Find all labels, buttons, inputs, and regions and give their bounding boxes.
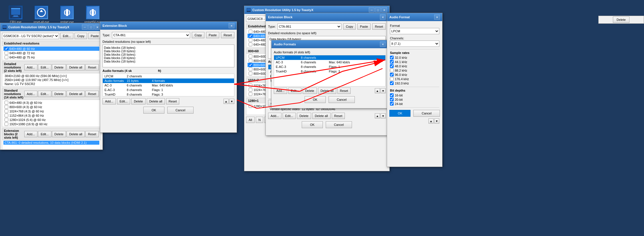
desktop-icon-restart[interactable]: restart.exe — [57, 6, 77, 24]
detailed-add-btn[interactable]: Add... — [24, 64, 38, 70]
add-btn[interactable]: Add... — [102, 98, 116, 104]
edit-btn[interactable]: Edit... — [60, 33, 73, 39]
delete-btn[interactable]: Delete — [131, 98, 146, 104]
copy-btn[interactable]: Copy — [75, 33, 87, 39]
list-item[interactable]: 640×480 @ 72 Hz — [3, 51, 99, 55]
delete-vendor-btn[interactable]: Delete — [297, 113, 311, 119]
type-select[interactable]: CTA-861 — [112, 32, 190, 38]
taskbar-delete-btn[interactable]: Delete — [613, 17, 629, 23]
ok-btn[interactable]: OK — [143, 107, 164, 114]
nav-up-btn-2[interactable]: ▲ — [375, 113, 380, 118]
list-item[interactable]: 1920×1080 (16:9) @ 60 Hz — [3, 122, 99, 126]
add-btn[interactable]: Add... — [274, 88, 287, 94]
nav-down[interactable]: ▼ — [381, 88, 386, 93]
eac3-center[interactable]: E-AC-3 8 channels Flags: 1 — [274, 64, 385, 69]
close-btn[interactable]: ✕ — [434, 15, 440, 20]
paste-btn[interactable]: Paste — [88, 33, 101, 39]
ext-add-btn[interactable]: Add... — [24, 131, 38, 137]
rate-32[interactable]: 32.0 kHz — [390, 56, 439, 59]
nav-down-btn-2[interactable]: ▼ — [381, 113, 386, 118]
close-btn[interactable]: ✕ — [381, 7, 387, 13]
nav-up-btn[interactable]: ▲ — [224, 99, 229, 104]
rate-192[interactable]: 192.0 kHz — [390, 81, 439, 85]
reset-vendor-btn[interactable]: Reset — [332, 113, 345, 119]
rate-1764[interactable]: 176.4 kHz — [390, 77, 439, 81]
ac3-center[interactable]: AC-3 6 channels Max: 640 kbit/s — [274, 60, 385, 64]
add-vendor-btn[interactable]: Add... — [268, 113, 281, 119]
list-item[interactable]: 640×480 (4:3) @ 60 Hz — [3, 100, 99, 105]
audio-list-item[interactable]: AC-36 channelsMax: 640 kbit/s — [103, 83, 234, 88]
list-item[interactable]: 1152×864 (4:3) @ 60 Hz — [3, 113, 99, 118]
list-item[interactable]: 640×480 @ 60 Hz — [3, 47, 99, 51]
standard-reset-btn[interactable]: Reset — [85, 91, 99, 97]
rate-96[interactable]: 96.0 kHz — [390, 73, 439, 76]
bit-16[interactable]: 16-bit — [390, 93, 439, 97]
lpcm-center[interactable]: LPCM 8 channels — [274, 55, 385, 60]
channels-select[interactable]: 8 (7.1) — [390, 41, 439, 47]
edit-vendor-btn[interactable]: Edit... — [283, 113, 296, 119]
standard-edit-btn[interactable]: Edit... — [38, 91, 51, 97]
rate-441[interactable]: 44.1 kHz — [390, 60, 439, 64]
bit-20[interactable]: 20-bit — [390, 98, 439, 101]
list-item[interactable]: 3840×2160 @ 60.000 Hz (594.00 MHz) [+/+] — [3, 74, 99, 78]
minimize-btn[interactable]: ─ — [82, 25, 88, 30]
format-select[interactable]: LPCM — [390, 28, 439, 34]
list-item[interactable]: 640×480 @ 75 Hz — [3, 55, 99, 59]
edit-btn[interactable]: Edit... — [288, 88, 301, 94]
reset-btn[interactable]: Reset — [337, 88, 351, 94]
desktop-icon-reset-all[interactable]: reset-all.exe — [31, 6, 51, 24]
cancel-btn[interactable]: Cancel — [329, 96, 355, 103]
delete-all-btn[interactable]: Delete all — [318, 88, 336, 94]
ext-edit-btn[interactable]: Edit... — [38, 131, 51, 137]
standard-delete-btn[interactable]: Delete — [52, 91, 66, 97]
desktop-icon-cru[interactable]: CRU.exe — [6, 6, 26, 24]
ext-delete-btn[interactable]: Delete — [52, 131, 66, 137]
detailed-delete-btn[interactable]: Delete — [52, 64, 66, 70]
list-item[interactable]: 1024×768 (4:3) @ 60 Hz — [3, 109, 99, 113]
list-item[interactable]: Name: LG TV SSCR2 — [3, 82, 99, 86]
reset-btn[interactable]: Reset — [166, 98, 180, 104]
nav-down-btn[interactable]: ▼ — [229, 99, 234, 104]
close-btn[interactable]: ✕ — [229, 23, 234, 28]
nav-up-right[interactable]: ▲ — [428, 118, 434, 124]
rate-882[interactable]: 88.2 kHz — [390, 68, 439, 72]
monitor-select[interactable]: GSMC0C8 - LG TV SSCR2 (active)* — [2, 33, 59, 39]
delete-all-vendor-btn[interactable]: Delete all — [312, 113, 331, 119]
desktop-icon-restart64[interactable]: restart64.exe — [83, 6, 103, 24]
established-checkbox-0[interactable] — [5, 47, 8, 51]
maximize-btn[interactable]: □ — [88, 25, 94, 30]
copy-btn[interactable]: Copy — [192, 32, 204, 38]
standard-delete-all-btn[interactable]: Delete all — [67, 91, 85, 97]
ok-btn[interactable]: OK — [305, 96, 326, 103]
cancel-btn-right[interactable]: Cancel — [413, 110, 440, 117]
detailed-edit-btn[interactable]: Edit... — [38, 64, 51, 70]
rate-48[interactable]: 48.0 kHz — [390, 64, 439, 68]
edit-btn[interactable]: Edit... — [117, 98, 130, 104]
delete-all-btn[interactable]: Delete all — [147, 98, 165, 104]
list-item[interactable]: 800×600 (4:3) @ 60 Hz — [3, 105, 99, 109]
extension-block-item[interactable]: CTA-861: 0 detailed resolutions, 10 data… — [3, 141, 99, 145]
nav-down-right[interactable]: ▼ — [434, 118, 439, 124]
minimize-btn[interactable]: ─ — [369, 7, 375, 13]
all-btn[interactable]: All — [246, 117, 255, 123]
audio-list-item[interactable]: E-AC-38 channelsFlags: 1 — [103, 88, 234, 92]
ext-delete-all-btn[interactable]: Delete all — [67, 131, 85, 137]
ok-btn-right[interactable]: OK — [389, 110, 410, 117]
copy-btn[interactable]: Copy — [343, 23, 356, 30]
paste-btn[interactable]: Paste — [206, 32, 219, 38]
list-item[interactable]: 1280×1024 (5:4) @ 60 Hz — [3, 118, 99, 122]
ext-reset-btn[interactable]: Reset — [85, 131, 99, 137]
detailed-delete-all-btn[interactable]: Delete all — [67, 64, 85, 70]
ok-btn[interactable]: OK — [302, 121, 323, 128]
detailed-reset-btn[interactable]: Reset — [85, 64, 99, 70]
cancel-btn[interactable]: Cancel — [167, 107, 194, 114]
close-btn[interactable]: ✕ — [380, 42, 386, 47]
reset-btn[interactable]: Reset — [221, 32, 234, 38]
audio-list-item[interactable]: LPCM2 channels — [103, 74, 234, 78]
maximize-btn[interactable]: □ — [375, 7, 381, 13]
cancel-btn[interactable]: Cancel — [326, 121, 352, 128]
list-item[interactable]: 2560×1440 @ 119.997 Hz (497.75 MHz) [+/+… — [3, 78, 99, 82]
delete-btn[interactable]: Delete — [303, 88, 317, 94]
bit-24[interactable]: 24-bit — [390, 102, 439, 106]
standard-add-btn[interactable]: Add... — [24, 91, 38, 97]
